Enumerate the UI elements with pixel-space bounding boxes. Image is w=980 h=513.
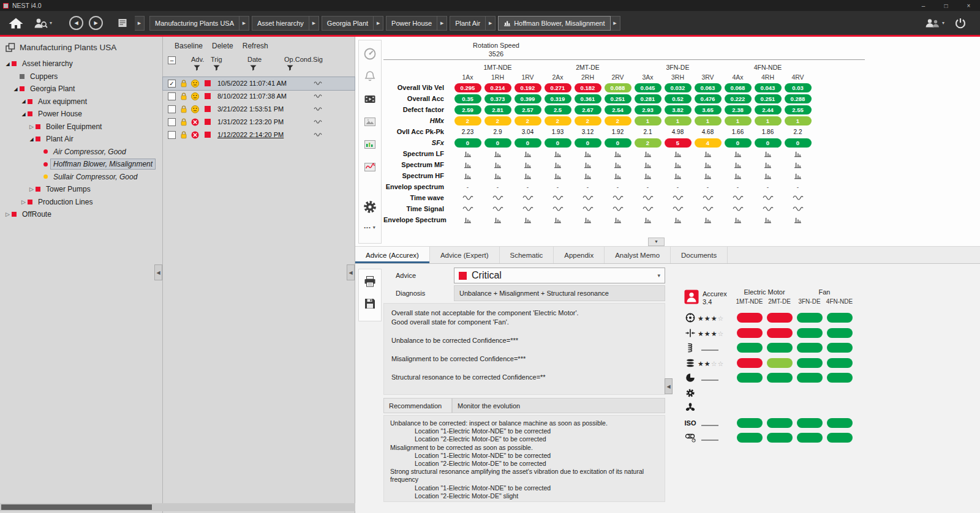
- power-button[interactable]: [954, 17, 967, 29]
- row-checkbox[interactable]: [168, 118, 176, 126]
- matrix-cell[interactable]: 0.043: [753, 83, 783, 92]
- waveform-icon[interactable]: [513, 195, 543, 201]
- spectrum-icon[interactable]: [603, 173, 633, 179]
- matrix-cell[interactable]: 2: [573, 116, 603, 125]
- tab-appendix[interactable]: Appendix: [554, 247, 605, 263]
- spectrum-icon[interactable]: [693, 162, 723, 168]
- matrix-cell[interactable]: 2: [633, 138, 663, 148]
- matrix-cell[interactable]: 2.44: [753, 105, 783, 114]
- matrix-cell[interactable]: -: [603, 184, 633, 190]
- spectrum-icon[interactable]: [723, 162, 753, 168]
- tab-advice-accurex[interactable]: Advice (Accurex): [355, 247, 430, 263]
- matrix-cell[interactable]: 0: [573, 138, 603, 148]
- tree-collapsed-arrow-icon[interactable]: ▷: [4, 211, 12, 217]
- waveform-icon[interactable]: [693, 195, 723, 201]
- waveform-icon[interactable]: [543, 195, 573, 201]
- film-icon[interactable]: [361, 92, 379, 107]
- tree-item-aux-equipment[interactable]: ◢Aux equipment: [0, 95, 162, 108]
- breadcrumb-item-power-house[interactable]: Power House: [386, 16, 437, 31]
- spectrum-icon[interactable]: [603, 162, 633, 168]
- tree-expanded-arrow-icon[interactable]: ◢: [28, 137, 36, 142]
- matrix-cell[interactable]: 0.251: [753, 94, 783, 103]
- matrix-cell[interactable]: 0: [543, 138, 573, 148]
- waveform-icon[interactable]: [573, 195, 603, 201]
- matrix-cell[interactable]: 0.476: [693, 94, 723, 103]
- hierarchy-list-button[interactable]: [115, 16, 132, 30]
- spectrum-icon[interactable]: [603, 217, 633, 223]
- spectrum-icon[interactable]: [663, 151, 693, 157]
- matrix-cell[interactable]: 2.93: [633, 105, 663, 114]
- matrix-cell[interactable]: 1: [783, 116, 813, 125]
- matrix-cell[interactable]: 2.2: [783, 129, 813, 135]
- matrix-cell[interactable]: 0.281: [633, 94, 663, 103]
- tree-expanded-arrow-icon[interactable]: ◢: [4, 61, 12, 67]
- spectrum-icon[interactable]: [723, 151, 753, 157]
- waveform-icon[interactable]: [663, 195, 693, 201]
- waveform-icon[interactable]: [693, 206, 723, 212]
- matrix-cell[interactable]: 0.063: [693, 83, 723, 92]
- tree-collapsed-arrow-icon[interactable]: ▷: [28, 124, 36, 130]
- breadcrumb-expand-button[interactable]: ▶: [239, 16, 249, 31]
- matrix-cell[interactable]: 0.088: [603, 83, 633, 92]
- matrix-cell[interactable]: 0.214: [483, 83, 513, 92]
- spectrum-icon[interactable]: [783, 173, 813, 179]
- gauge-icon[interactable]: [361, 47, 379, 61]
- matrix-cell[interactable]: 0.032: [663, 83, 693, 92]
- breadcrumb-expand-button[interactable]: ▶: [437, 16, 447, 31]
- matrix-cell[interactable]: -: [573, 184, 603, 190]
- waveform-icon[interactable]: [783, 195, 813, 201]
- matrix-cell[interactable]: 0.361: [573, 94, 603, 103]
- matrix-cell[interactable]: 0.35: [453, 94, 483, 103]
- snapshot-icon[interactable]: [361, 114, 379, 129]
- row-checkbox[interactable]: ✓: [168, 80, 176, 88]
- matrix-cell[interactable]: 0.03: [783, 83, 813, 92]
- matrix-cell[interactable]: 0: [513, 138, 543, 148]
- matrix-cell[interactable]: 0.251: [603, 94, 633, 103]
- spectrum-icon[interactable]: [633, 151, 663, 157]
- spectrum-icon[interactable]: [453, 173, 483, 179]
- spectrum-icon[interactable]: [543, 217, 573, 223]
- spectrum-icon[interactable]: [633, 173, 663, 179]
- breadcrumb-expand-button[interactable]: ▶: [611, 16, 620, 31]
- bell-icon[interactable]: [361, 69, 379, 84]
- matrix-cell[interactable]: -: [753, 184, 783, 190]
- matrix-cell[interactable]: 1: [663, 116, 693, 125]
- matrix-cell[interactable]: 0: [603, 138, 633, 148]
- matrix-cell[interactable]: 2.54: [603, 105, 633, 114]
- horizontal-scrollbar[interactable]: [0, 503, 355, 511]
- back-button[interactable]: ◀: [69, 16, 83, 30]
- matrix-cell[interactable]: 0: [783, 138, 813, 148]
- matrix-cell[interactable]: -: [783, 184, 813, 190]
- waveform-icon[interactable]: [753, 195, 783, 201]
- matrix-cell[interactable]: -: [513, 184, 543, 190]
- matrix-cell[interactable]: 4.98: [663, 129, 693, 135]
- matrix-cell[interactable]: 0.192: [513, 83, 543, 92]
- matrix-cell[interactable]: -: [483, 184, 513, 190]
- close-button[interactable]: ×: [957, 2, 980, 9]
- matrix-cell[interactable]: 0: [723, 138, 753, 148]
- spectrum-icon[interactable]: [453, 162, 483, 168]
- matrix-cell[interactable]: 3.04: [513, 129, 543, 135]
- spectrum-icon[interactable]: [663, 217, 693, 223]
- matrix-cell[interactable]: 1.66: [723, 129, 753, 135]
- row-checkbox[interactable]: [168, 131, 176, 139]
- waveform-icon[interactable]: [663, 206, 693, 212]
- spectrum-icon[interactable]: [753, 173, 783, 179]
- measurement-row[interactable]: 8/10/2022 11:07:38 AM: [163, 90, 355, 103]
- matrix-cell[interactable]: 4.68: [693, 129, 723, 135]
- filter-funnel-icon[interactable]: [250, 65, 257, 71]
- matrix-cell[interactable]: 1: [693, 116, 723, 125]
- spectrum-icon[interactable]: [483, 151, 513, 157]
- waveform-icon[interactable]: [453, 195, 483, 201]
- tree-collapsed-arrow-icon[interactable]: ▷: [20, 199, 28, 205]
- spectrum-icon[interactable]: [453, 151, 483, 157]
- waveform-icon[interactable]: [753, 206, 783, 212]
- row-checkbox[interactable]: [168, 105, 176, 113]
- matrix-cell[interactable]: 0.068: [723, 83, 753, 92]
- tree-item-plant-air[interactable]: ◢Plant Air: [0, 133, 162, 146]
- matrix-cell[interactable]: 1: [723, 116, 753, 125]
- tree-item-asset-hierarchy[interactable]: ◢Asset hierarchy: [0, 58, 162, 70]
- matrix-cell[interactable]: -: [723, 184, 753, 190]
- tree-item-hoffman-blower-misalignment[interactable]: Hoffman Blower, Misalignment: [0, 158, 162, 171]
- more-options-button[interactable]: •••▾: [364, 225, 375, 230]
